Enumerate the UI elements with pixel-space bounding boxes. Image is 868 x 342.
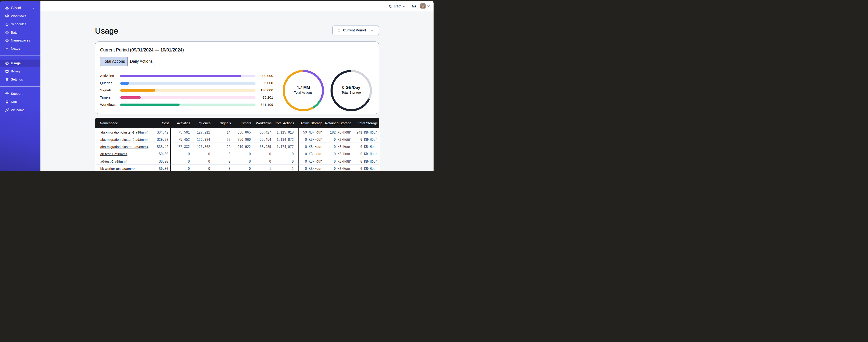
svg-text:0 GB/Day: 0 GB/Day [342,85,360,90]
svg-text:Total Actions: Total Actions [294,91,312,94]
svg-text:Total Storage: Total Storage [342,91,361,94]
svg-text:4.7 MM: 4.7 MM [297,85,310,90]
